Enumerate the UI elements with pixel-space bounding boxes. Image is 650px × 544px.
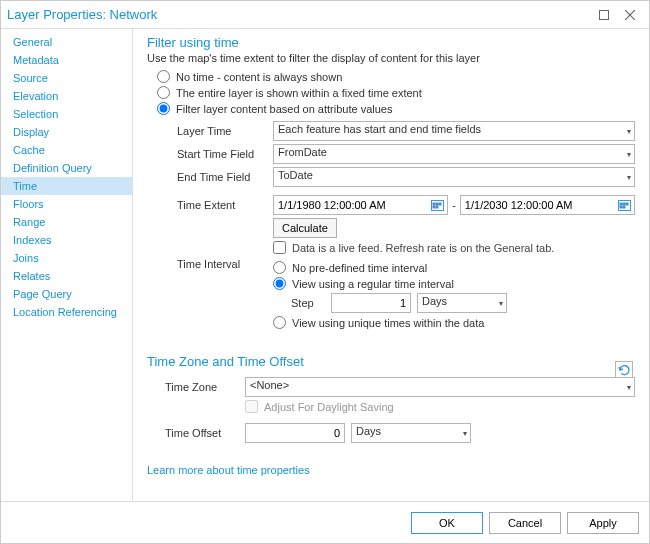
radio-interval-unique-input[interactable] bbox=[273, 316, 286, 329]
radio-fixed-extent-label: The entire layer is shown within a fixed… bbox=[176, 87, 422, 99]
start-field-select[interactable]: FromDate bbox=[273, 144, 635, 164]
filter-section-subtitle: Use the map's time extent to filter the … bbox=[147, 52, 635, 64]
calculate-button[interactable]: Calculate bbox=[273, 218, 337, 238]
learn-more-link[interactable]: Learn more about time properties bbox=[147, 464, 310, 476]
svg-rect-7 bbox=[433, 206, 435, 208]
timezone-section-title: Time Zone and Time Offset bbox=[147, 354, 635, 369]
step-input[interactable] bbox=[331, 293, 411, 313]
radio-interval-regular-input[interactable] bbox=[273, 277, 286, 290]
sidebar-item-relates[interactable]: Relates bbox=[1, 267, 132, 285]
sidebar-item-source[interactable]: Source bbox=[1, 69, 132, 87]
step-unit-select[interactable]: Days bbox=[417, 293, 507, 313]
sidebar-item-elevation[interactable]: Elevation bbox=[1, 87, 132, 105]
radio-interval-none[interactable]: No pre-defined time interval bbox=[273, 261, 635, 274]
end-field-label: End Time Field bbox=[177, 171, 273, 183]
radio-interval-regular-label: View using a regular time interval bbox=[292, 278, 454, 290]
calendar-icon[interactable] bbox=[429, 197, 445, 213]
sidebar-item-general[interactable]: General bbox=[1, 33, 132, 51]
category-sidebar: General Metadata Source Elevation Select… bbox=[1, 29, 133, 501]
radio-no-time-label: No time - content is always shown bbox=[176, 71, 342, 83]
radio-fixed-extent[interactable]: The entire layer is shown within a fixed… bbox=[157, 86, 635, 99]
end-field-select[interactable]: ToDate bbox=[273, 167, 635, 187]
maximize-button[interactable] bbox=[591, 5, 617, 25]
sidebar-item-display[interactable]: Display bbox=[1, 123, 132, 141]
step-label: Step bbox=[291, 297, 331, 309]
timezone-label: Time Zone bbox=[165, 381, 245, 393]
svg-rect-13 bbox=[620, 206, 622, 208]
svg-rect-8 bbox=[436, 206, 438, 208]
extent-from-field[interactable] bbox=[273, 195, 448, 215]
filter-section-title: Filter using time bbox=[147, 35, 635, 50]
layer-time-select[interactable]: Each feature has start and end time fiel… bbox=[273, 121, 635, 141]
main-panel: Filter using time Use the map's time ext… bbox=[133, 29, 649, 501]
offset-input[interactable] bbox=[245, 423, 345, 443]
sidebar-item-range[interactable]: Range bbox=[1, 213, 132, 231]
titlebar: Layer Properties: Network bbox=[1, 1, 649, 29]
sidebar-item-selection[interactable]: Selection bbox=[1, 105, 132, 123]
window-title: Layer Properties: Network bbox=[7, 7, 591, 22]
svg-rect-10 bbox=[620, 203, 622, 205]
offset-label: Time Offset bbox=[165, 427, 245, 439]
live-feed-checkbox-row[interactable]: Data is a live feed. Refresh rate is on … bbox=[273, 241, 554, 254]
radio-interval-unique-label: View using unique times within the data bbox=[292, 317, 484, 329]
time-form: Layer Time Each feature has start and en… bbox=[177, 121, 635, 332]
live-feed-checkbox[interactable] bbox=[273, 241, 286, 254]
time-extent-label: Time Extent bbox=[177, 199, 273, 211]
apply-button[interactable]: Apply bbox=[567, 512, 639, 534]
close-button[interactable] bbox=[617, 5, 643, 25]
radio-attribute-values-input[interactable] bbox=[157, 102, 170, 115]
radio-interval-none-label: No pre-defined time interval bbox=[292, 262, 427, 274]
extent-separator: - bbox=[452, 199, 456, 211]
sidebar-item-time[interactable]: Time bbox=[1, 177, 132, 195]
sidebar-item-joins[interactable]: Joins bbox=[1, 249, 132, 267]
timezone-section: Time Zone and Time Offset Time Zone <Non… bbox=[147, 354, 635, 443]
sidebar-item-indexes[interactable]: Indexes bbox=[1, 231, 132, 249]
radio-interval-regular[interactable]: View using a regular time interval bbox=[273, 277, 635, 290]
ok-button[interactable]: OK bbox=[411, 512, 483, 534]
dst-checkbox-row: Adjust For Daylight Saving bbox=[245, 400, 394, 413]
svg-rect-0 bbox=[600, 10, 609, 19]
svg-rect-5 bbox=[436, 203, 438, 205]
dialog-body: General Metadata Source Elevation Select… bbox=[1, 29, 649, 501]
start-field-label: Start Time Field bbox=[177, 148, 273, 160]
time-interval-label: Time Interval bbox=[177, 258, 273, 270]
radio-interval-none-input[interactable] bbox=[273, 261, 286, 274]
extent-to-field[interactable] bbox=[460, 195, 635, 215]
radio-interval-unique[interactable]: View using unique times within the data bbox=[273, 316, 635, 329]
live-feed-label: Data is a live feed. Refresh rate is on … bbox=[292, 242, 554, 254]
radio-no-time-input[interactable] bbox=[157, 70, 170, 83]
radio-attribute-values-label: Filter layer content based on attribute … bbox=[176, 103, 392, 115]
dialog-footer: OK Cancel Apply bbox=[1, 501, 649, 543]
sidebar-item-cache[interactable]: Cache bbox=[1, 141, 132, 159]
dst-checkbox bbox=[245, 400, 258, 413]
svg-rect-14 bbox=[623, 206, 625, 208]
sidebar-item-metadata[interactable]: Metadata bbox=[1, 51, 132, 69]
extent-from-input[interactable] bbox=[274, 196, 429, 214]
offset-unit-select[interactable]: Days bbox=[351, 423, 471, 443]
svg-rect-11 bbox=[623, 203, 625, 205]
svg-rect-12 bbox=[626, 203, 628, 205]
radio-no-time[interactable]: No time - content is always shown bbox=[157, 70, 635, 83]
sidebar-item-definition-query[interactable]: Definition Query bbox=[1, 159, 132, 177]
sidebar-item-floors[interactable]: Floors bbox=[1, 195, 132, 213]
radio-attribute-values[interactable]: Filter layer content based on attribute … bbox=[157, 102, 635, 115]
sidebar-item-page-query[interactable]: Page Query bbox=[1, 285, 132, 303]
calendar-icon[interactable] bbox=[616, 197, 632, 213]
layer-time-label: Layer Time bbox=[177, 125, 273, 137]
svg-rect-4 bbox=[433, 203, 435, 205]
radio-fixed-extent-input[interactable] bbox=[157, 86, 170, 99]
timezone-select[interactable]: <None> bbox=[245, 377, 635, 397]
dst-label: Adjust For Daylight Saving bbox=[264, 401, 394, 413]
extent-to-input[interactable] bbox=[461, 196, 616, 214]
svg-rect-6 bbox=[439, 203, 441, 205]
sidebar-item-location-referencing[interactable]: Location Referencing bbox=[1, 303, 132, 321]
layer-properties-dialog: Layer Properties: Network General Metada… bbox=[0, 0, 650, 544]
cancel-button[interactable]: Cancel bbox=[489, 512, 561, 534]
